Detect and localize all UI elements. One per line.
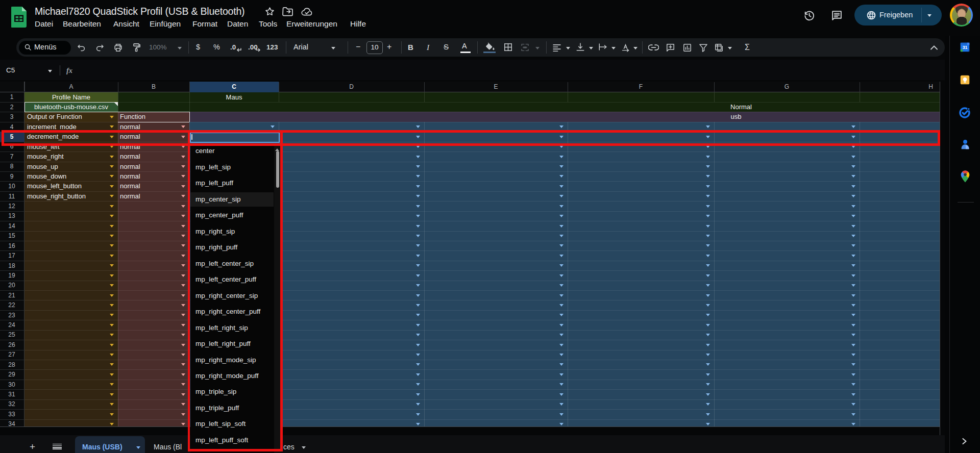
svg-text:31: 31 [963, 45, 968, 50]
